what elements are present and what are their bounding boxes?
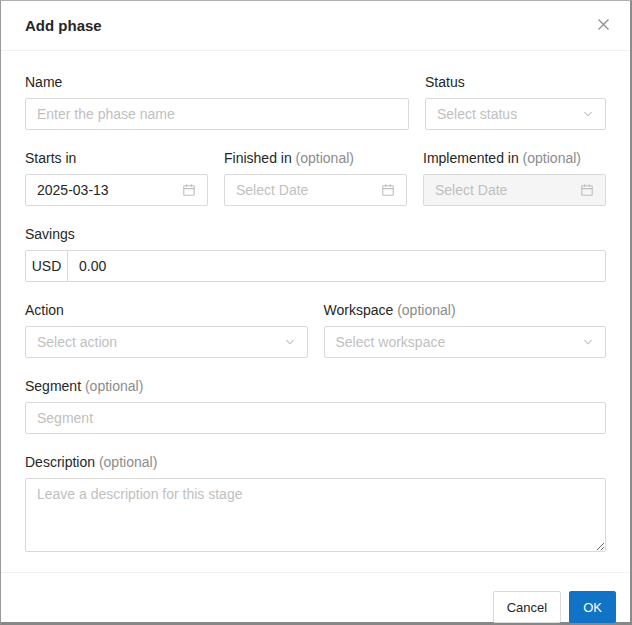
finished-in-label: Finished in (optional) xyxy=(224,150,407,167)
status-select[interactable]: Select status xyxy=(425,98,606,130)
description-optional: (optional) xyxy=(99,454,157,470)
row-segment: Segment (optional) xyxy=(25,378,606,434)
field-workspace: Workspace (optional) Select workspace xyxy=(324,302,607,358)
add-phase-dialog: Add phase Name Status Select status xyxy=(0,0,632,625)
field-savings: Savings USD xyxy=(25,226,606,282)
status-placeholder: Select status xyxy=(437,106,574,122)
workspace-placeholder: Select workspace xyxy=(336,334,575,350)
field-name: Name xyxy=(25,74,409,130)
cancel-button[interactable]: Cancel xyxy=(493,591,561,623)
segment-label: Segment (optional) xyxy=(25,378,606,395)
status-label: Status xyxy=(425,74,606,91)
field-action: Action Select action xyxy=(25,302,308,358)
starts-in-label: Starts in xyxy=(25,150,208,167)
segment-input[interactable] xyxy=(25,402,606,434)
finished-in-optional: (optional) xyxy=(296,150,354,166)
row-description: Description (optional) xyxy=(25,454,606,552)
dialog-footer: Cancel OK xyxy=(1,572,630,625)
chevron-down-icon xyxy=(582,336,594,348)
dialog-header: Add phase xyxy=(1,1,630,51)
workspace-label: Workspace (optional) xyxy=(324,302,607,319)
description-textarea[interactable] xyxy=(25,478,606,552)
ok-button[interactable]: OK xyxy=(569,591,616,623)
implemented-in-label: Implemented in (optional) xyxy=(423,150,606,167)
row-action-workspace: Action Select action Workspace (optional… xyxy=(25,302,606,358)
close-icon xyxy=(596,17,611,35)
name-label: Name xyxy=(25,74,409,91)
field-starts-in: Starts in xyxy=(25,150,208,206)
currency-addon: USD xyxy=(26,251,68,281)
row-dates: Starts in Finished in (optional) Select … xyxy=(25,150,606,206)
implemented-in-datepicker: Select Date xyxy=(423,174,606,206)
savings-input[interactable] xyxy=(68,251,605,281)
dialog-title: Add phase xyxy=(25,17,592,34)
implemented-in-optional: (optional) xyxy=(523,150,581,166)
implemented-in-placeholder: Select Date xyxy=(435,182,572,198)
chevron-down-icon xyxy=(582,108,594,120)
description-label: Description (optional) xyxy=(25,454,606,471)
row-name-status: Name Status Select status xyxy=(25,74,606,130)
field-segment: Segment (optional) xyxy=(25,378,606,434)
calendar-icon xyxy=(381,183,395,197)
field-finished-in: Finished in (optional) Select Date xyxy=(224,150,407,206)
finished-in-placeholder: Select Date xyxy=(236,182,373,198)
dialog-body: Name Status Select status Starts in xyxy=(1,51,630,572)
workspace-select[interactable]: Select workspace xyxy=(324,326,607,358)
action-placeholder: Select action xyxy=(37,334,276,350)
row-savings: Savings USD xyxy=(25,226,606,282)
starts-in-input[interactable] xyxy=(37,175,174,205)
name-input[interactable] xyxy=(25,98,409,130)
calendar-icon xyxy=(182,183,196,197)
starts-in-datepicker[interactable] xyxy=(25,174,208,206)
chevron-down-icon xyxy=(284,336,296,348)
field-status: Status Select status xyxy=(425,74,606,130)
close-button[interactable] xyxy=(592,15,614,37)
calendar-icon xyxy=(580,183,594,197)
field-description: Description (optional) xyxy=(25,454,606,552)
finished-in-datepicker[interactable]: Select Date xyxy=(224,174,407,206)
action-select[interactable]: Select action xyxy=(25,326,308,358)
segment-optional: (optional) xyxy=(85,378,143,394)
workspace-optional: (optional) xyxy=(397,302,455,318)
action-label: Action xyxy=(25,302,308,319)
savings-label: Savings xyxy=(25,226,606,243)
field-implemented-in: Implemented in (optional) Select Date xyxy=(423,150,606,206)
savings-input-group: USD xyxy=(25,250,606,282)
